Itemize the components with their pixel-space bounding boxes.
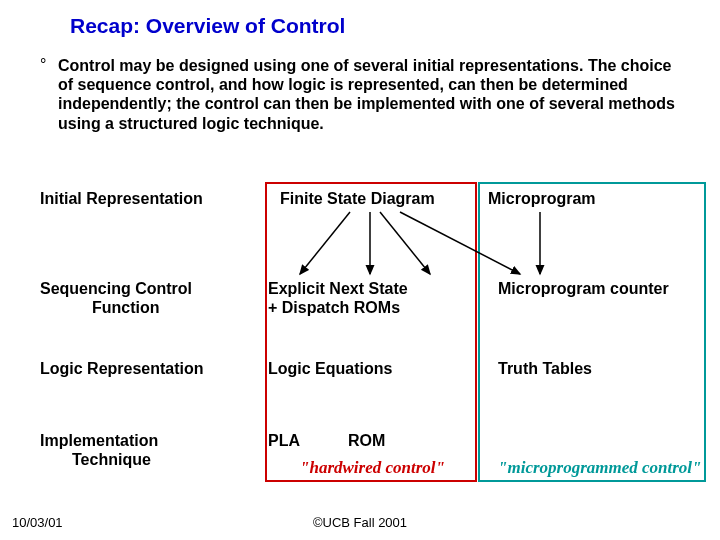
tag-hardwired: "hardwired control" [300, 458, 445, 478]
tag-microprogrammed: "microprogrammed control" [498, 458, 702, 478]
footer-copyright: ©UCB Fall 2001 [313, 515, 407, 530]
box-microprogrammed [478, 182, 706, 482]
cell-pla: PLA [268, 432, 300, 450]
label-impl-b: Technique [72, 451, 151, 469]
cell-microcounter: Microprogram counter [498, 280, 669, 298]
label-impl-a: Implementation [40, 432, 158, 450]
label-sequencing-b: Function [92, 299, 160, 317]
footer-date: 10/03/01 [12, 515, 63, 530]
cell-explicit-a: Explicit Next State [268, 280, 408, 298]
cell-fsd: Finite State Diagram [280, 190, 435, 208]
slide-title: Recap: Overview of Control [70, 14, 345, 38]
cell-logic-eq: Logic Equations [268, 360, 392, 378]
label-initial-representation: Initial Representation [40, 190, 203, 208]
cell-rom: ROM [348, 432, 385, 450]
cell-truth-tables: Truth Tables [498, 360, 592, 378]
bullet-marker: ° [40, 56, 46, 74]
cell-explicit-b: + Dispatch ROMs [268, 299, 400, 317]
label-sequencing-a: Sequencing Control [40, 280, 192, 298]
cell-microprogram: Microprogram [488, 190, 596, 208]
label-logic-rep: Logic Representation [40, 360, 204, 378]
intro-paragraph: Control may be designed using one of sev… [58, 56, 688, 133]
